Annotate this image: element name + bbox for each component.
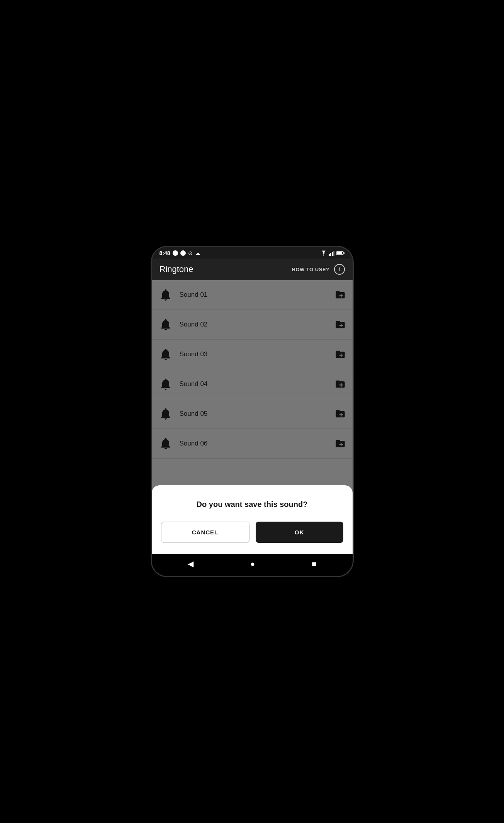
nav-bar: ◀ ● ■ — [152, 554, 353, 576]
how-to-use-label[interactable]: HOW TO USE? — [292, 267, 329, 272]
svg-rect-1 — [330, 253, 331, 256]
app-bar: Ringtone HOW TO USE? i — [152, 258, 353, 280]
status-right — [320, 250, 345, 256]
back-button[interactable]: ◀ — [188, 559, 193, 568]
battery-icon — [336, 251, 345, 255]
status-left: 8:48 ⊘ ☁ — [160, 250, 200, 256]
cancel-button[interactable]: CANCEL — [161, 522, 249, 543]
svg-rect-5 — [337, 252, 342, 254]
svg-rect-6 — [343, 253, 344, 254]
recents-button[interactable]: ■ — [312, 559, 316, 568]
status-circle-2 — [180, 250, 186, 256]
dialog-overlay: Do you want save this sound? CANCEL OK — [152, 280, 353, 554]
signal-icon — [329, 250, 335, 256]
wifi-icon — [320, 250, 327, 256]
home-button[interactable]: ● — [250, 559, 255, 568]
status-cloud-icon: ☁ — [195, 250, 200, 256]
content-area: Sound 01 Sound 02 Sound 03 — [152, 280, 353, 554]
status-circle-1 — [173, 250, 178, 256]
dialog-message: Do you want save this sound? — [161, 499, 343, 509]
svg-rect-3 — [333, 251, 334, 256]
status-sync-icon: ⊘ — [188, 250, 193, 256]
svg-rect-0 — [329, 254, 330, 256]
info-icon[interactable]: i — [334, 264, 345, 275]
phone-frame: 8:48 ⊘ ☁ — [152, 247, 353, 576]
ok-button[interactable]: OK — [256, 522, 343, 543]
svg-rect-2 — [332, 252, 333, 256]
status-bar: 8:48 ⊘ ☁ — [152, 247, 353, 258]
app-title: Ringtone — [160, 264, 193, 274]
status-time: 8:48 — [160, 250, 170, 256]
save-dialog: Do you want save this sound? CANCEL OK — [152, 485, 353, 554]
dialog-buttons: CANCEL OK — [161, 522, 343, 543]
app-bar-right: HOW TO USE? i — [292, 264, 345, 275]
